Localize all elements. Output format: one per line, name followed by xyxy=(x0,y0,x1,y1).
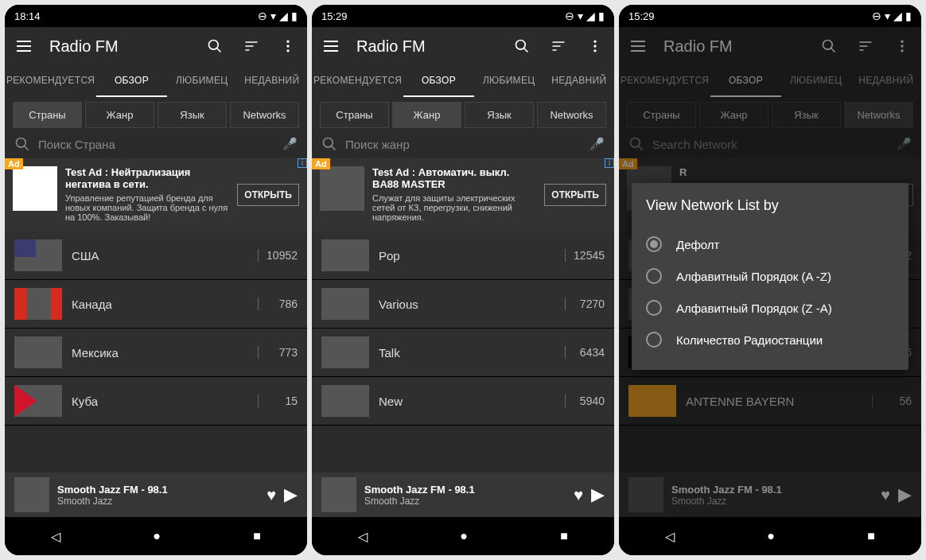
item-name: ANTENNE BAYERN xyxy=(686,395,862,408)
genre-list[interactable]: Pop 12545 Various 7270 Talk 6434 New 594… xyxy=(312,231,614,472)
subtab-language[interactable]: Язык xyxy=(465,102,534,128)
page-title: Radio FM xyxy=(663,37,803,56)
subtab-networks[interactable]: Networks xyxy=(537,102,606,128)
country-list[interactable]: США 10952 Канада 786 Мексика 773 Куба 15 xyxy=(5,231,307,472)
now-playing-bar[interactable]: Smooth Jazz FM - 98.1 Smooth Jazz ♥ ▶ xyxy=(619,472,921,517)
tab-favorite[interactable]: ЛЮБИМЕЦ xyxy=(781,65,851,97)
list-item[interactable]: ANTENNE BAYERN 56 xyxy=(619,377,921,426)
subtab-genre[interactable]: Жанр xyxy=(85,102,154,128)
flag-icon xyxy=(14,385,62,417)
battery-icon: ▮ xyxy=(291,10,298,21)
search-placeholder: Search Network xyxy=(652,138,889,151)
heart-icon[interactable]: ♥ xyxy=(574,486,583,504)
overflow-icon[interactable] xyxy=(584,35,606,57)
home-icon[interactable]: ● xyxy=(153,529,161,543)
now-playing-bar[interactable]: Smooth Jazz FM - 98.1 Smooth Jazz ♥ ▶ xyxy=(312,472,614,517)
home-icon[interactable]: ● xyxy=(767,529,775,543)
wifi-icon: ▾ xyxy=(270,10,276,21)
overflow-icon[interactable] xyxy=(891,35,913,57)
ad-banner[interactable]: Ad i Test Ad : Нейтрализация негатива в … xyxy=(5,158,307,231)
menu-icon[interactable] xyxy=(13,35,35,57)
item-name: Talk xyxy=(379,346,555,360)
dialog-option[interactable]: Алфавитный Порядок (A -Z) xyxy=(646,260,894,292)
radio-icon[interactable] xyxy=(646,268,662,284)
tab-recent[interactable]: НЕДАВНИЙ xyxy=(544,65,614,97)
subtab-language[interactable]: Язык xyxy=(158,102,227,128)
tab-favorite[interactable]: ЛЮБИМЕЦ xyxy=(167,65,237,97)
menu-icon[interactable] xyxy=(627,35,649,57)
list-item[interactable]: США 10952 xyxy=(5,231,307,280)
subtab-networks[interactable]: Networks xyxy=(230,102,299,128)
tab-browse[interactable]: ОБЗОР xyxy=(710,65,780,97)
list-item[interactable]: Куба 15 xyxy=(5,377,307,426)
radio-icon[interactable] xyxy=(646,300,662,316)
now-playing-bar[interactable]: Smooth Jazz FM - 98.1 Smooth Jazz ♥ ▶ xyxy=(5,472,307,517)
ad-banner[interactable]: Ad i Test Ad : Автоматич. выкл. BA88 MAS… xyxy=(312,158,614,231)
sort-icon[interactable] xyxy=(854,35,877,57)
search-icon[interactable] xyxy=(818,35,840,57)
search-icon xyxy=(628,136,644,152)
np-title: Smooth Jazz FM - 98.1 xyxy=(671,484,873,496)
list-item[interactable]: Pop 12545 xyxy=(312,231,614,280)
list-item[interactable]: Talk 6434 xyxy=(312,329,614,377)
recents-icon[interactable]: ■ xyxy=(253,529,261,543)
tab-recommended[interactable]: РЕКОМЕНДУЕТСЯ xyxy=(5,65,96,97)
tab-recommended[interactable]: РЕКОМЕНДУЕТСЯ xyxy=(312,65,403,97)
mic-icon[interactable]: 🎤 xyxy=(282,137,298,151)
subtab-genre[interactable]: Жанр xyxy=(699,102,768,128)
recents-icon[interactable]: ■ xyxy=(560,529,568,543)
ad-info-icon[interactable]: i xyxy=(605,158,614,168)
dialog-option[interactable]: Дефолт xyxy=(646,228,894,260)
home-icon[interactable]: ● xyxy=(460,529,468,543)
back-icon[interactable]: ◁ xyxy=(665,529,675,544)
search-row[interactable]: Search Network 🎤 xyxy=(619,133,921,158)
ad-cta-button[interactable]: ОТКРЫТЬ xyxy=(544,184,606,206)
dnd-icon: ⊖ xyxy=(872,10,881,21)
ad-cta-button[interactable]: ОТКРЫТЬ xyxy=(237,184,299,206)
tab-browse[interactable]: ОБЗОР xyxy=(403,65,473,97)
list-item[interactable]: Мексика 773 xyxy=(5,329,307,377)
mic-icon[interactable]: 🎤 xyxy=(897,137,912,151)
subtab-countries[interactable]: Страны xyxy=(13,102,82,128)
ad-info-icon[interactable]: i xyxy=(298,158,307,168)
tab-recent[interactable]: НЕДАВНИЙ xyxy=(237,65,307,97)
signal-icon: ◢ xyxy=(893,10,902,21)
ad-image xyxy=(320,166,364,211)
dialog-option[interactable]: Алфавитный Порядок (Z -A) xyxy=(646,292,894,324)
search-icon[interactable] xyxy=(204,35,226,57)
app-bar: Radio FM xyxy=(5,27,307,65)
search-row[interactable]: Поиск жанр 🎤 xyxy=(312,133,614,158)
tab-browse[interactable]: ОБЗОР xyxy=(96,65,166,97)
menu-icon[interactable] xyxy=(320,35,342,57)
tab-recommended[interactable]: РЕКОМЕНДУЕТСЯ xyxy=(619,65,710,97)
radio-icon[interactable] xyxy=(646,332,662,348)
radio-icon[interactable] xyxy=(646,236,662,252)
subtab-countries[interactable]: Страны xyxy=(320,102,389,128)
subtab-countries[interactable]: Страны xyxy=(627,102,696,128)
subtab-language[interactable]: Язык xyxy=(772,102,841,128)
play-icon[interactable]: ▶ xyxy=(284,484,298,505)
svg-point-16 xyxy=(593,45,596,47)
play-icon[interactable]: ▶ xyxy=(898,484,912,505)
search-icon[interactable] xyxy=(511,35,533,57)
back-icon[interactable]: ◁ xyxy=(358,529,368,544)
mic-icon[interactable]: 🎤 xyxy=(589,137,605,151)
np-subtitle: Smooth Jazz xyxy=(57,496,259,507)
tab-recent[interactable]: НЕДАВНИЙ xyxy=(851,65,921,97)
recents-icon[interactable]: ■ xyxy=(867,529,875,543)
heart-icon[interactable]: ♥ xyxy=(881,486,890,504)
sort-icon[interactable] xyxy=(547,35,570,57)
subtab-genre[interactable]: Жанр xyxy=(392,102,461,128)
sort-icon[interactable] xyxy=(240,35,263,57)
dialog-option[interactable]: Количество Радиостанции xyxy=(646,324,894,356)
heart-icon[interactable]: ♥ xyxy=(267,486,276,504)
search-row[interactable]: Поиск Страна 🎤 xyxy=(5,133,307,158)
list-item[interactable]: Канада 786 xyxy=(5,280,307,329)
subtab-networks[interactable]: Networks xyxy=(844,102,913,128)
play-icon[interactable]: ▶ xyxy=(591,484,605,505)
back-icon[interactable]: ◁ xyxy=(51,529,60,544)
tab-favorite[interactable]: ЛЮБИМЕЦ xyxy=(474,65,544,97)
overflow-icon[interactable] xyxy=(277,35,299,57)
list-item[interactable]: Various 7270 xyxy=(312,280,614,329)
list-item[interactable]: New 5940 xyxy=(312,377,614,426)
